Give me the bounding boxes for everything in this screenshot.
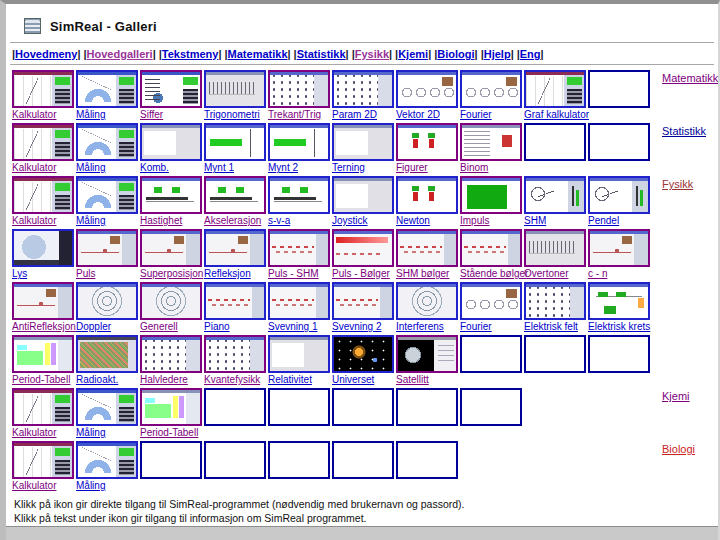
- menu-link-tekstmeny[interactable]: Tekstmeny: [162, 48, 219, 60]
- graf-kalkulator-link[interactable]: Graf kalkulator: [524, 109, 588, 121]
- doppler-link[interactable]: Doppler: [76, 321, 140, 333]
- c-n-thumbnail[interactable]: [588, 229, 650, 267]
- m-ling-link[interactable]: Måling: [76, 480, 140, 492]
- elektrisk-felt-link[interactable]: Elektrisk felt: [524, 321, 588, 333]
- fourier-link[interactable]: Fourier: [460, 321, 524, 333]
- category-link-biologi[interactable]: Biologi: [662, 443, 695, 455]
- menu-link-eng[interactable]: Eng: [520, 48, 541, 60]
- menu-link-matematikk[interactable]: Matematikk: [228, 48, 288, 60]
- kalkulator-thumbnail[interactable]: [12, 441, 74, 479]
- komb-link[interactable]: Komb.: [140, 162, 204, 174]
- interferens-link[interactable]: Interferens: [396, 321, 460, 333]
- m-ling-link[interactable]: Måling: [76, 162, 140, 174]
- elektrisk-felt-thumbnail[interactable]: [524, 282, 586, 320]
- kalkulator-link[interactable]: Kalkulator: [12, 109, 76, 121]
- kalkulator-thumbnail[interactable]: [12, 70, 74, 108]
- universet-link[interactable]: Universet: [332, 374, 396, 386]
- elektrisk-krets-link[interactable]: Elektrisk krets: [588, 321, 652, 333]
- kalkulator-link[interactable]: Kalkulator: [12, 215, 76, 227]
- m-ling-thumbnail[interactable]: [76, 441, 138, 479]
- antirefleksjon-link[interactable]: AntiRefleksjon: [12, 321, 76, 333]
- halvledere-link[interactable]: Halvledere: [140, 374, 204, 386]
- puls-thumbnail[interactable]: [76, 229, 138, 267]
- fourier-thumbnail[interactable]: [460, 282, 522, 320]
- refleksjon-thumbnail[interactable]: [204, 229, 266, 267]
- puls-shm-link[interactable]: Puls - SHM: [268, 268, 332, 280]
- menu-link-statistikk[interactable]: Statistikk: [297, 48, 346, 60]
- binom-link[interactable]: Binom: [460, 162, 524, 174]
- period-tabell-link[interactable]: Period-Tabell: [140, 427, 204, 439]
- komb-thumbnail[interactable]: [140, 123, 202, 161]
- trigonometri-link[interactable]: Trigonometri: [204, 109, 268, 121]
- terning-thumbnail[interactable]: [332, 123, 394, 161]
- shm-b-lger-link[interactable]: SHM bølger: [396, 268, 460, 280]
- svevning-2-thumbnail[interactable]: [332, 282, 394, 320]
- shm-link[interactable]: SHM: [524, 215, 588, 227]
- trekant-trig-thumbnail[interactable]: [268, 70, 330, 108]
- mynt-2-thumbnail[interactable]: [268, 123, 330, 161]
- param-2d-link[interactable]: Param 2D: [332, 109, 396, 121]
- joystick-thumbnail[interactable]: [332, 176, 394, 214]
- newton-thumbnail[interactable]: [396, 176, 458, 214]
- hastighet-thumbnail[interactable]: [140, 176, 202, 214]
- siffer-thumbnail[interactable]: [140, 70, 202, 108]
- impuls-thumbnail[interactable]: [460, 176, 522, 214]
- overtoner-thumbnail[interactable]: [524, 229, 586, 267]
- relativitet-thumbnail[interactable]: [268, 335, 330, 373]
- s-v-a-thumbnail[interactable]: [268, 176, 330, 214]
- generell-link[interactable]: Generell: [140, 321, 204, 333]
- superposisjon-thumbnail[interactable]: [140, 229, 202, 267]
- generell-thumbnail[interactable]: [140, 282, 202, 320]
- kvantefysikk-thumbnail[interactable]: [204, 335, 266, 373]
- figurer-thumbnail[interactable]: [396, 123, 458, 161]
- fourier-thumbnail[interactable]: [460, 70, 522, 108]
- relativitet-link[interactable]: Relativitet: [268, 374, 332, 386]
- doppler-thumbnail[interactable]: [76, 282, 138, 320]
- satellitt-link[interactable]: Satellitt: [396, 374, 460, 386]
- kalkulator-thumbnail[interactable]: [12, 123, 74, 161]
- pendel-thumbnail[interactable]: [588, 176, 650, 214]
- puls-link[interactable]: Puls: [76, 268, 140, 280]
- terning-link[interactable]: Terning: [332, 162, 396, 174]
- menu-link-hovedgalleri[interactable]: Hovedgalleri: [87, 48, 153, 60]
- kalkulator-thumbnail[interactable]: [12, 388, 74, 426]
- menu-link-fysikk[interactable]: Fysikk: [355, 48, 389, 60]
- svevning-1-thumbnail[interactable]: [268, 282, 330, 320]
- m-ling-link[interactable]: Måling: [76, 215, 140, 227]
- lys-thumbnail[interactable]: [12, 229, 74, 267]
- kalkulator-link[interactable]: Kalkulator: [12, 427, 76, 439]
- vektor-2d-thumbnail[interactable]: [396, 70, 458, 108]
- radioakt-link[interactable]: Radioakt.: [76, 374, 140, 386]
- pendel-link[interactable]: Pendel: [588, 215, 652, 227]
- overtoner-link[interactable]: Overtoner: [524, 268, 588, 280]
- s-v-a-link[interactable]: s-v-a: [268, 215, 332, 227]
- interferens-thumbnail[interactable]: [396, 282, 458, 320]
- shm-thumbnail[interactable]: [524, 176, 586, 214]
- kalkulator-link[interactable]: Kalkulator: [12, 162, 76, 174]
- akselerasjon-link[interactable]: Akselerasjon: [204, 215, 268, 227]
- st-ende-b-lger-thumbnail[interactable]: [460, 229, 522, 267]
- satellitt-thumbnail[interactable]: [396, 335, 458, 373]
- st-ende-b-lger-link[interactable]: Stående bølger: [460, 268, 524, 280]
- m-ling-thumbnail[interactable]: [76, 70, 138, 108]
- halvledere-thumbnail[interactable]: [140, 335, 202, 373]
- piano-thumbnail[interactable]: [204, 282, 266, 320]
- joystick-link[interactable]: Joystick: [332, 215, 396, 227]
- puls-shm-thumbnail[interactable]: [268, 229, 330, 267]
- mynt-1-thumbnail[interactable]: [204, 123, 266, 161]
- puls-b-lger-link[interactable]: Puls - Bølger: [332, 268, 396, 280]
- svevning-2-link[interactable]: Svevning 2: [332, 321, 396, 333]
- menu-link-hjelp[interactable]: Hjelp: [484, 48, 511, 60]
- period-tabell-link[interactable]: Period-Tabell: [12, 374, 76, 386]
- menu-link-hovedmeny[interactable]: Hovedmeny: [15, 48, 77, 60]
- superposisjon-link[interactable]: Superposisjon: [140, 268, 204, 280]
- vektor-2d-link[interactable]: Vektor 2D: [396, 109, 460, 121]
- trekant-trig-link[interactable]: Trekant/Trig: [268, 109, 332, 121]
- mynt-1-link[interactable]: Mynt 1: [204, 162, 268, 174]
- impuls-link[interactable]: Impuls: [460, 215, 524, 227]
- trigonometri-thumbnail[interactable]: [204, 70, 266, 108]
- m-ling-thumbnail[interactable]: [76, 123, 138, 161]
- newton-link[interactable]: Newton: [396, 215, 460, 227]
- category-link-fysikk[interactable]: Fysikk: [662, 178, 693, 190]
- m-ling-link[interactable]: Måling: [76, 109, 140, 121]
